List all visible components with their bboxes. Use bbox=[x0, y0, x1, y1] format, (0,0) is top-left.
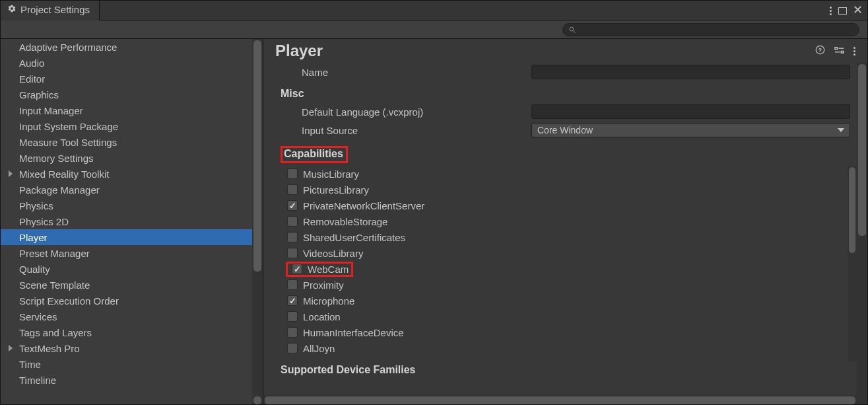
capability-musiclibrary[interactable]: MusicLibrary bbox=[281, 166, 846, 182]
content-hscrollbar[interactable] bbox=[263, 395, 857, 405]
sidebar-item-preset-manager[interactable]: Preset Manager bbox=[1, 245, 263, 261]
sidebar-item-measure-tool-settings[interactable]: Measure Tool Settings bbox=[1, 134, 263, 150]
search-input[interactable] bbox=[562, 23, 859, 36]
scrollbar-thumb[interactable] bbox=[849, 167, 855, 253]
sidebar-item-tags-and-layers[interactable]: Tags and Layers bbox=[1, 324, 263, 340]
capability-location[interactable]: Location bbox=[281, 309, 846, 324]
capability-videoslibrary[interactable]: VideosLibrary bbox=[281, 245, 846, 261]
checkbox[interactable] bbox=[287, 327, 298, 338]
tab-project-settings[interactable]: Project Settings bbox=[1, 1, 100, 20]
capability-label: AllJoyn bbox=[303, 343, 335, 354]
sidebar-item-services[interactable]: Services bbox=[1, 309, 263, 324]
capability-humaninterfacedevice[interactable]: HumanInterfaceDevice bbox=[281, 324, 846, 340]
checkbox[interactable] bbox=[287, 311, 298, 322]
sidebar-item-scene-template[interactable]: Scene Template bbox=[1, 277, 263, 293]
sidebar-item-label: Player bbox=[19, 232, 48, 243]
checkbox[interactable] bbox=[287, 295, 298, 306]
sidebar-item-timeline[interactable]: Timeline bbox=[1, 372, 263, 388]
capability-label: SharedUserCertificates bbox=[303, 232, 405, 243]
scrollbar-thumb[interactable] bbox=[253, 40, 261, 272]
sidebar-item-textmesh-pro[interactable]: TextMesh Pro bbox=[1, 340, 263, 356]
gear-icon bbox=[7, 4, 17, 15]
checkbox[interactable] bbox=[287, 216, 298, 227]
svg-rect-8 bbox=[841, 51, 844, 53]
close-icon[interactable] bbox=[853, 5, 862, 17]
chevron-right-icon bbox=[9, 170, 13, 177]
supported-families-section: Supported Device Families bbox=[281, 364, 857, 376]
sidebar-item-input-system-package[interactable]: Input System Package bbox=[1, 118, 263, 134]
content-scrollbar[interactable] bbox=[857, 63, 867, 405]
capability-proximity[interactable]: Proximity bbox=[281, 277, 846, 293]
sidebar-item-player[interactable]: Player bbox=[1, 229, 263, 245]
sidebar-item-mixed-reality-toolkit[interactable]: Mixed Reality Toolkit bbox=[1, 166, 263, 182]
chevron-right-icon bbox=[9, 345, 13, 351]
checkbox[interactable] bbox=[287, 232, 298, 242]
capability-label: Location bbox=[303, 311, 341, 322]
scrollbar-thumb[interactable] bbox=[265, 396, 855, 404]
sidebar-item-label: Adaptive Performance bbox=[19, 42, 117, 53]
sidebar-item-input-manager[interactable]: Input Manager bbox=[1, 102, 263, 118]
capability-label: WebCam bbox=[308, 264, 349, 275]
sidebar-item-label: Quality bbox=[19, 264, 50, 275]
default-lang-label: Default Language (.vcxproj) bbox=[281, 106, 531, 118]
svg-point-2 bbox=[570, 27, 574, 31]
capability-alljoyn[interactable]: AllJoyn bbox=[281, 340, 846, 356]
sidebar-item-script-execution-order[interactable]: Script Execution Order bbox=[1, 293, 263, 309]
capability-pictureslibrary[interactable]: PicturesLibrary bbox=[281, 182, 846, 198]
svg-line-3 bbox=[574, 30, 576, 32]
scrollbar-down[interactable] bbox=[253, 396, 261, 404]
svg-rect-6 bbox=[835, 47, 838, 49]
capability-label: PrivateNetworkClientServer bbox=[303, 200, 424, 211]
sidebar-item-label: Input Manager bbox=[19, 105, 83, 116]
sidebar-item-label: Package Manager bbox=[19, 184, 100, 196]
sidebar-item-adaptive-performance[interactable]: Adaptive Performance bbox=[1, 39, 263, 55]
checkbox[interactable] bbox=[292, 264, 302, 274]
checkbox[interactable] bbox=[287, 168, 298, 179]
name-field[interactable] bbox=[531, 65, 850, 79]
default-lang-field[interactable] bbox=[531, 104, 850, 119]
sidebar-item-label: Input System Package bbox=[19, 121, 118, 132]
sidebar-item-physics-2d[interactable]: Physics 2D bbox=[1, 213, 263, 229]
capability-label: RemovableStorage bbox=[303, 216, 387, 227]
sidebar-item-memory-settings[interactable]: Memory Settings bbox=[1, 150, 263, 166]
capability-microphone[interactable]: Microphone bbox=[281, 293, 846, 309]
sidebar-item-quality[interactable]: Quality bbox=[1, 261, 263, 277]
capability-sharedusercertificates[interactable]: SharedUserCertificates bbox=[281, 229, 846, 245]
sidebar-item-label: Memory Settings bbox=[19, 153, 94, 164]
sidebar-item-label: Tags and Layers bbox=[19, 327, 92, 338]
sidebar-item-audio[interactable]: Audio bbox=[1, 55, 263, 71]
name-label: Name bbox=[281, 67, 531, 78]
sidebar-item-label: Graphics bbox=[19, 89, 59, 100]
checkbox[interactable] bbox=[287, 343, 298, 353]
capability-label: HumanInterfaceDevice bbox=[303, 327, 404, 338]
sidebar-item-editor[interactable]: Editor bbox=[1, 71, 263, 87]
sidebar-item-label: Timeline bbox=[19, 375, 56, 386]
checkbox[interactable] bbox=[287, 200, 298, 211]
svg-text:?: ? bbox=[818, 46, 822, 53]
misc-section: Misc bbox=[281, 88, 857, 100]
capability-label: Microphone bbox=[303, 295, 354, 307]
sidebar-item-physics[interactable]: Physics bbox=[1, 198, 263, 213]
vdots-icon[interactable] bbox=[853, 47, 855, 55]
sidebar-item-time[interactable]: Time bbox=[1, 356, 263, 372]
scrollbar-thumb[interactable] bbox=[858, 64, 866, 236]
preset-icon[interactable] bbox=[834, 45, 844, 57]
caps-scrollbar[interactable] bbox=[848, 166, 857, 361]
tab-title: Project Settings bbox=[20, 4, 90, 15]
capability-removablestorage[interactable]: RemovableStorage bbox=[281, 213, 846, 229]
sidebar-item-graphics[interactable]: Graphics bbox=[1, 87, 263, 102]
maximize-icon[interactable] bbox=[838, 7, 847, 15]
help-icon[interactable]: ? bbox=[815, 45, 825, 57]
capability-privatenetworkclientserver[interactable]: PrivateNetworkClientServer bbox=[281, 198, 846, 213]
checkbox[interactable] bbox=[287, 248, 298, 258]
capability-webcam[interactable]: WebCam bbox=[281, 261, 846, 277]
checkbox[interactable] bbox=[287, 184, 298, 195]
vdots-icon[interactable] bbox=[830, 7, 832, 15]
sidebar-item-package-manager[interactable]: Package Manager bbox=[1, 182, 263, 198]
checkbox[interactable] bbox=[287, 279, 298, 290]
capability-label: Proximity bbox=[303, 279, 344, 291]
capabilities-section: Capabilities bbox=[281, 146, 348, 163]
sidebar-scrollbar[interactable] bbox=[252, 39, 263, 405]
input-source-select[interactable]: Core Window bbox=[531, 123, 850, 137]
input-source-label: Input Source bbox=[281, 125, 531, 136]
